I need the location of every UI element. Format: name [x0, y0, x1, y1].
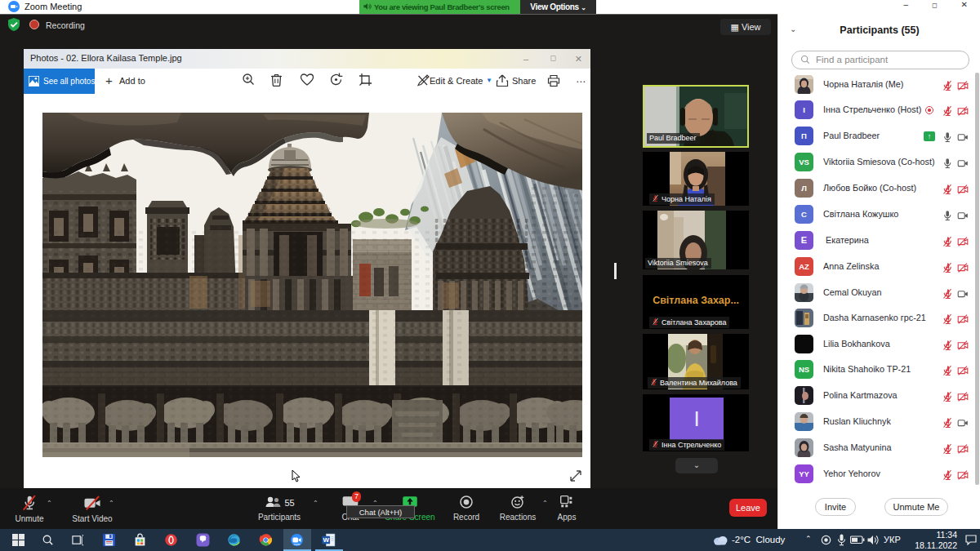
- svg-text:zoom: zoom: [294, 543, 301, 546]
- svg-text:W: W: [323, 536, 330, 544]
